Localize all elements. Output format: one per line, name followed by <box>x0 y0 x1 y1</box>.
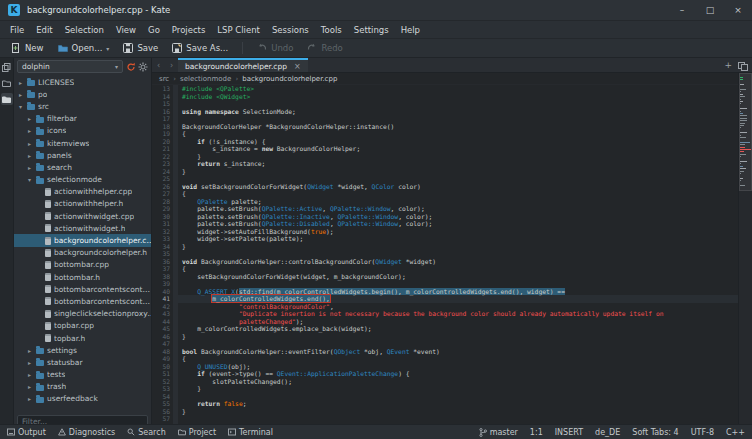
save-as-button[interactable]: Save As... <box>167 42 233 54</box>
code-line[interactable]: 53 } <box>152 385 738 393</box>
line-number[interactable]: 48 <box>152 348 173 356</box>
line-number[interactable]: 22 <box>152 153 173 161</box>
line-number[interactable]: 47 <box>152 340 173 348</box>
line-number[interactable]: 33 <box>152 235 173 243</box>
code-line[interactable]: 16using namespace SelectionMode; <box>152 108 738 116</box>
minimize-icon[interactable] <box>676 5 688 15</box>
tab-settings[interactable]: Soft Tabs: 4 <box>632 428 678 437</box>
minimap[interactable] <box>738 73 752 424</box>
line-number[interactable]: 42 <box>152 303 173 311</box>
line-number[interactable]: 41 <box>152 295 173 303</box>
code-line[interactable]: 30 palette.setBrush(QPalette::Inactive, … <box>152 213 738 221</box>
tab-scroll-right-icon[interactable] <box>165 58 178 72</box>
tree-item-backgroundcolorhelper-h[interactable]: backgroundcolorhelper.h <box>14 247 151 259</box>
line-number[interactable]: 29 <box>152 205 173 213</box>
line-number[interactable]: 14 <box>152 93 173 101</box>
code-line[interactable]: 25 <box>152 175 738 183</box>
code-line[interactable]: 41 m_colorControlledWidgets.end(), <box>152 295 738 303</box>
expander-icon[interactable] <box>26 127 33 134</box>
tree-item-backgroundcolorhelper-c[interactable]: backgroundcolorhelper.c… <box>14 234 151 246</box>
tab-backgroundcolorhelper[interactable]: backgroundcolorhelper.cpp <box>178 58 308 72</box>
line-number[interactable]: 27 <box>152 190 173 198</box>
menu-sessions[interactable]: Sessions <box>266 23 315 37</box>
projects-toolview-button[interactable] <box>1 93 13 105</box>
code-line[interactable]: 48bool BackgroundColorHelper::eventFilte… <box>152 348 738 356</box>
line-number[interactable]: 26 <box>152 183 173 191</box>
line-number[interactable]: 44 <box>152 318 173 326</box>
git-branch-indicator[interactable]: master <box>479 428 518 437</box>
split-view-button[interactable] <box>738 56 748 75</box>
line-number[interactable]: 52 <box>152 378 173 386</box>
code-line[interactable]: 13#include <QPalette> <box>152 85 738 93</box>
line-number[interactable]: 21 <box>152 145 173 153</box>
tree-item-filterbar[interactable]: filterbar <box>14 113 151 125</box>
tree-item-selectionmode[interactable]: selectionmode <box>14 174 151 186</box>
code-line[interactable]: 56} <box>152 408 738 416</box>
project-selector[interactable]: dolphin ▾ <box>17 60 123 73</box>
code-line[interactable]: 46} <box>152 333 738 341</box>
menu-settings[interactable]: Settings <box>348 23 395 37</box>
line-number[interactable]: 17 <box>152 115 173 123</box>
tab-close-icon[interactable] <box>294 62 301 71</box>
line-number[interactable]: 39 <box>152 280 173 288</box>
code-line[interactable]: 38 setBackgroundColorForWidget(widget, m… <box>152 273 738 281</box>
code-line[interactable]: 27{ <box>152 190 738 198</box>
code-line[interactable]: 21 s_instance = new BackgroundColorHelpe… <box>152 145 738 153</box>
code-line[interactable]: 40 Q_ASSERT_X(std::find(m_colorControlle… <box>152 288 738 296</box>
line-number[interactable]: 56 <box>152 408 173 416</box>
cursor-position[interactable]: 1:1 <box>530 428 543 437</box>
menu-help[interactable]: Help <box>395 23 426 37</box>
line-number[interactable]: 23 <box>152 160 173 168</box>
expander-icon[interactable] <box>17 91 24 98</box>
tree-item-userfeedback[interactable]: userfeedback <box>14 393 151 405</box>
line-number[interactable]: 51 <box>152 370 173 378</box>
code-line[interactable]: 44 paletteChanged"); <box>152 318 738 326</box>
menu-edit[interactable]: Edit <box>30 23 58 37</box>
breadcrumb-selectionmode[interactable]: selectionmode <box>180 75 231 83</box>
code-line[interactable]: 39 <box>152 280 738 288</box>
expander-icon[interactable] <box>26 395 33 402</box>
tree-item-topbar-h[interactable]: topbar.h <box>14 332 151 344</box>
code-line[interactable]: 55 return false; <box>152 400 738 408</box>
code-line[interactable]: 24} <box>152 168 738 176</box>
tree-item-bottombar-cpp[interactable]: bottombar.cpp <box>14 259 151 271</box>
line-number[interactable]: 35 <box>152 250 173 258</box>
expander-icon[interactable] <box>26 164 33 171</box>
undo-button[interactable]: Undo <box>252 42 298 54</box>
code-line[interactable]: 52 slotPaletteChanged(); <box>152 378 738 386</box>
toggle-output[interactable]: Output <box>7 428 46 437</box>
line-number[interactable]: 46 <box>152 333 173 341</box>
line-number[interactable]: 37 <box>152 265 173 273</box>
expander-icon[interactable] <box>26 347 33 354</box>
code-line[interactable]: 31 palette.setBrush(QPalette::Disabled, … <box>152 220 738 228</box>
code-line[interactable]: 50 Q_UNUSED(obj); <box>152 363 738 371</box>
toggle-project[interactable]: Project <box>178 428 216 437</box>
line-number[interactable]: 32 <box>152 228 173 236</box>
code-line[interactable]: 35 <box>152 250 738 258</box>
code-line[interactable]: 23 return s_instance; <box>152 160 738 168</box>
line-number[interactable]: 36 <box>152 258 173 266</box>
menu-projects[interactable]: Projects <box>166 23 212 37</box>
code-line[interactable]: 51 if (event->type() == QEvent::Applicat… <box>152 370 738 378</box>
code-line[interactable]: 37{ <box>152 265 738 273</box>
new-tab-icon[interactable] <box>724 61 732 70</box>
menu-file[interactable]: File <box>4 23 30 37</box>
expander-icon[interactable] <box>26 176 33 183</box>
maximize-icon[interactable] <box>704 5 716 15</box>
tree-item-panels[interactable]: panels <box>14 149 151 161</box>
code-line[interactable]: 33 widget->setPalette(palette); <box>152 235 738 243</box>
line-number[interactable]: 19 <box>152 130 173 138</box>
line-number[interactable]: 49 <box>152 355 173 363</box>
line-number[interactable]: 31 <box>152 220 173 228</box>
code-line[interactable]: 34} <box>152 243 738 251</box>
code-line[interactable]: 45 m_colorControlledWidgets.emplace_back… <box>152 325 738 333</box>
menu-selection[interactable]: Selection <box>59 23 110 37</box>
encoding[interactable]: UTF-8 <box>691 428 714 437</box>
line-number[interactable]: 40 <box>152 288 173 296</box>
expander-icon[interactable] <box>26 140 33 147</box>
line-number[interactable]: 54 <box>152 393 173 401</box>
tree-item-trash[interactable]: trash <box>14 381 151 393</box>
expander-icon[interactable] <box>17 103 24 110</box>
tree-item-actionwithwidget-cpp[interactable]: actionwithwidget.cpp <box>14 210 151 222</box>
toggle-diagnostics[interactable]: Diagnostics <box>58 428 115 437</box>
